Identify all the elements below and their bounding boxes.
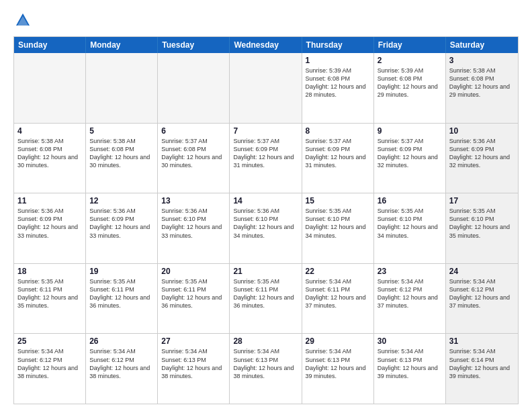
calendar-cell-5: 5Sunrise: 5:38 AM Sunset: 6:08 PM Daylig…	[86, 124, 158, 193]
calendar-week-1: 1Sunrise: 5:39 AM Sunset: 6:08 PM Daylig…	[14, 53, 518, 124]
day-number: 23	[378, 267, 442, 276]
calendar-cell-8: 8Sunrise: 5:37 AM Sunset: 6:09 PM Daylig…	[302, 124, 374, 193]
calendar-cell-18: 18Sunrise: 5:35 AM Sunset: 6:11 PM Dayli…	[14, 264, 86, 334]
day-number: 11	[17, 196, 82, 205]
day-number: 10	[449, 126, 515, 136]
cell-info: Sunrise: 5:34 AM Sunset: 6:12 PM Dayligh…	[17, 347, 82, 380]
day-number: 22	[306, 267, 370, 276]
day-number: 4	[17, 126, 82, 136]
cell-info: Sunrise: 5:34 AM Sunset: 6:12 PM Dayligh…	[89, 347, 154, 380]
cell-info: Sunrise: 5:37 AM Sunset: 6:09 PM Dayligh…	[306, 137, 370, 170]
calendar-cell-29: 29Sunrise: 5:34 AM Sunset: 6:13 PM Dayli…	[302, 334, 374, 404]
cell-info: Sunrise: 5:36 AM Sunset: 6:09 PM Dayligh…	[17, 207, 82, 240]
cell-info: Sunrise: 5:34 AM Sunset: 6:12 PM Dayligh…	[378, 277, 442, 310]
day-number: 3	[449, 56, 515, 65]
day-number: 24	[449, 267, 515, 276]
calendar-cell-2: 2Sunrise: 5:39 AM Sunset: 6:08 PM Daylig…	[374, 53, 446, 123]
header	[13, 11, 519, 30]
day-number: 12	[89, 196, 154, 205]
calendar-cell-13: 13Sunrise: 5:36 AM Sunset: 6:10 PM Dayli…	[158, 193, 230, 263]
day-number: 9	[378, 126, 442, 136]
cell-info: Sunrise: 5:34 AM Sunset: 6:13 PM Dayligh…	[161, 347, 226, 380]
calendar-cell-3: 3Sunrise: 5:38 AM Sunset: 6:08 PM Daylig…	[446, 53, 518, 123]
calendar-cell-22: 22Sunrise: 5:34 AM Sunset: 6:11 PM Dayli…	[302, 264, 374, 334]
day-number: 19	[89, 267, 154, 276]
cell-info: Sunrise: 5:37 AM Sunset: 6:08 PM Dayligh…	[161, 137, 226, 170]
calendar-cell-10: 10Sunrise: 5:36 AM Sunset: 6:09 PM Dayli…	[446, 124, 518, 193]
cell-info: Sunrise: 5:38 AM Sunset: 6:08 PM Dayligh…	[449, 66, 515, 99]
day-number: 13	[161, 196, 226, 205]
calendar-cell-26: 26Sunrise: 5:34 AM Sunset: 6:12 PM Dayli…	[86, 334, 158, 404]
day-number: 17	[449, 196, 515, 205]
day-header-saturday: Saturday	[446, 37, 518, 53]
page: SundayMondayTuesdayWednesdayThursdayFrid…	[0, 0, 532, 411]
calendar-cell-20: 20Sunrise: 5:35 AM Sunset: 6:11 PM Dayli…	[158, 264, 230, 334]
calendar-cell-empty	[158, 53, 230, 123]
calendar-cell-7: 7Sunrise: 5:37 AM Sunset: 6:09 PM Daylig…	[230, 124, 302, 193]
cell-info: Sunrise: 5:35 AM Sunset: 6:10 PM Dayligh…	[378, 207, 442, 240]
day-number: 2	[378, 56, 442, 65]
cell-info: Sunrise: 5:37 AM Sunset: 6:09 PM Dayligh…	[233, 137, 298, 170]
day-number: 31	[449, 336, 515, 346]
day-number: 8	[306, 126, 370, 136]
day-number: 6	[161, 126, 226, 136]
calendar-body: 1Sunrise: 5:39 AM Sunset: 6:08 PM Daylig…	[14, 53, 518, 404]
cell-info: Sunrise: 5:34 AM Sunset: 6:13 PM Dayligh…	[306, 347, 370, 380]
calendar-cell-16: 16Sunrise: 5:35 AM Sunset: 6:10 PM Dayli…	[374, 193, 446, 263]
calendar-cell-14: 14Sunrise: 5:36 AM Sunset: 6:10 PM Dayli…	[230, 193, 302, 263]
cell-info: Sunrise: 5:35 AM Sunset: 6:11 PM Dayligh…	[89, 277, 154, 310]
day-number: 25	[17, 336, 82, 346]
logo-icon	[13, 11, 32, 30]
cell-info: Sunrise: 5:38 AM Sunset: 6:08 PM Dayligh…	[89, 137, 154, 170]
cell-info: Sunrise: 5:39 AM Sunset: 6:08 PM Dayligh…	[378, 66, 442, 99]
calendar-cell-empty	[86, 53, 158, 123]
calendar-cell-19: 19Sunrise: 5:35 AM Sunset: 6:11 PM Dayli…	[86, 264, 158, 334]
calendar-cell-empty	[14, 53, 86, 123]
cell-info: Sunrise: 5:36 AM Sunset: 6:10 PM Dayligh…	[233, 207, 298, 240]
calendar: SundayMondayTuesdayWednesdayThursdayFrid…	[13, 36, 519, 404]
day-number: 29	[306, 336, 370, 346]
cell-info: Sunrise: 5:34 AM Sunset: 6:14 PM Dayligh…	[449, 347, 515, 380]
calendar-cell-empty	[230, 53, 302, 123]
cell-info: Sunrise: 5:34 AM Sunset: 6:11 PM Dayligh…	[306, 277, 370, 310]
calendar-cell-24: 24Sunrise: 5:34 AM Sunset: 6:12 PM Dayli…	[446, 264, 518, 334]
day-number: 7	[233, 126, 298, 136]
day-number: 30	[378, 336, 442, 346]
cell-info: Sunrise: 5:35 AM Sunset: 6:10 PM Dayligh…	[449, 207, 515, 240]
cell-info: Sunrise: 5:34 AM Sunset: 6:13 PM Dayligh…	[233, 347, 298, 380]
day-header-thursday: Thursday	[302, 37, 374, 53]
day-number: 15	[306, 196, 370, 205]
cell-info: Sunrise: 5:37 AM Sunset: 6:09 PM Dayligh…	[378, 137, 442, 170]
cell-info: Sunrise: 5:35 AM Sunset: 6:10 PM Dayligh…	[306, 207, 370, 240]
cell-info: Sunrise: 5:36 AM Sunset: 6:10 PM Dayligh…	[161, 207, 226, 240]
calendar-header: SundayMondayTuesdayWednesdayThursdayFrid…	[14, 37, 518, 53]
cell-info: Sunrise: 5:35 AM Sunset: 6:11 PM Dayligh…	[233, 277, 298, 310]
calendar-cell-31: 31Sunrise: 5:34 AM Sunset: 6:14 PM Dayli…	[446, 334, 518, 404]
calendar-cell-9: 9Sunrise: 5:37 AM Sunset: 6:09 PM Daylig…	[374, 124, 446, 193]
calendar-cell-21: 21Sunrise: 5:35 AM Sunset: 6:11 PM Dayli…	[230, 264, 302, 334]
day-header-tuesday: Tuesday	[158, 37, 230, 53]
cell-info: Sunrise: 5:39 AM Sunset: 6:08 PM Dayligh…	[306, 66, 370, 99]
calendar-cell-30: 30Sunrise: 5:34 AM Sunset: 6:13 PM Dayli…	[374, 334, 446, 404]
calendar-cell-28: 28Sunrise: 5:34 AM Sunset: 6:13 PM Dayli…	[230, 334, 302, 404]
calendar-week-2: 4Sunrise: 5:38 AM Sunset: 6:08 PM Daylig…	[14, 124, 518, 194]
cell-info: Sunrise: 5:36 AM Sunset: 6:09 PM Dayligh…	[89, 207, 154, 240]
day-number: 26	[89, 336, 154, 346]
calendar-week-4: 18Sunrise: 5:35 AM Sunset: 6:11 PM Dayli…	[14, 264, 518, 334]
day-number: 21	[233, 267, 298, 276]
day-number: 27	[161, 336, 226, 346]
cell-info: Sunrise: 5:35 AM Sunset: 6:11 PM Dayligh…	[17, 277, 82, 310]
day-header-monday: Monday	[86, 37, 158, 53]
calendar-cell-15: 15Sunrise: 5:35 AM Sunset: 6:10 PM Dayli…	[302, 193, 374, 263]
cell-info: Sunrise: 5:34 AM Sunset: 6:12 PM Dayligh…	[449, 277, 515, 310]
calendar-cell-17: 17Sunrise: 5:35 AM Sunset: 6:10 PM Dayli…	[446, 193, 518, 263]
day-number: 20	[161, 267, 226, 276]
logo	[13, 11, 35, 30]
day-number: 28	[233, 336, 298, 346]
calendar-week-3: 11Sunrise: 5:36 AM Sunset: 6:09 PM Dayli…	[14, 193, 518, 264]
day-number: 18	[17, 267, 82, 276]
day-number: 16	[378, 196, 442, 205]
cell-info: Sunrise: 5:36 AM Sunset: 6:09 PM Dayligh…	[449, 137, 515, 170]
day-header-sunday: Sunday	[14, 37, 86, 53]
calendar-cell-12: 12Sunrise: 5:36 AM Sunset: 6:09 PM Dayli…	[86, 193, 158, 263]
